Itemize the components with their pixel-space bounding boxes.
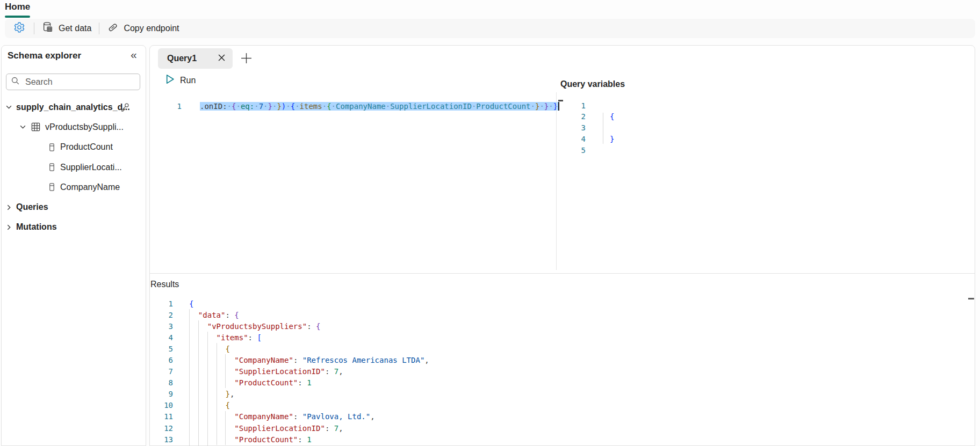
editor-line[interactable]: 9 }, bbox=[152, 388, 429, 399]
code-token bbox=[189, 435, 234, 444]
chevron-right-icon[interactable] bbox=[5, 224, 12, 231]
code-line[interactable]: }, bbox=[189, 390, 234, 398]
code-token: "items" bbox=[217, 333, 248, 342]
editor-line[interactable]: 11 "CompanyName": "Pavlova, Ltd.", bbox=[152, 411, 429, 422]
code-token: · bbox=[332, 102, 336, 111]
query-tab[interactable]: Query1 bbox=[158, 48, 233, 69]
editor-line[interactable]: 7 "SupplierLocationID": 7, bbox=[152, 365, 429, 377]
line-number: 5 bbox=[152, 343, 173, 355]
code-line[interactable]: } bbox=[610, 135, 614, 143]
code-token: } bbox=[277, 102, 281, 111]
ribbon-toolbar: Get data Copy endpoint bbox=[5, 19, 975, 38]
editor-line[interactable]: 1 bbox=[564, 100, 614, 112]
field-icon bbox=[48, 143, 56, 152]
get-data-button[interactable]: Get data bbox=[34, 19, 99, 38]
code-token: } bbox=[544, 102, 549, 111]
editor-line[interactable]: 10 { bbox=[152, 399, 429, 411]
code-line[interactable]: "SupplierLocationID": 7, bbox=[189, 424, 343, 433]
code-line[interactable]: { bbox=[610, 112, 614, 121]
code-line[interactable]: "data": { bbox=[189, 311, 239, 319]
code-token: { bbox=[225, 345, 229, 353]
results-editor[interactable]: 1{2 "data": {3 "vProductsbySuppliers": {… bbox=[152, 298, 429, 445]
query-variables-editor[interactable]: 12{34}5 bbox=[564, 100, 614, 156]
search-input[interactable] bbox=[24, 77, 135, 87]
editor-line[interactable]: 3 "vProductsbySuppliers": { bbox=[152, 320, 429, 332]
copy-endpoint-button[interactable]: Copy endpoint bbox=[99, 19, 186, 38]
tree-item-label: Queries bbox=[16, 202, 48, 212]
tree-item[interactable]: Queries bbox=[0, 197, 145, 217]
code-token: } bbox=[553, 102, 558, 111]
tree-item[interactable]: CompanyName bbox=[0, 177, 145, 197]
run-label: Run bbox=[180, 76, 196, 85]
code-line[interactable]: "vProductsbySuppliers": { bbox=[189, 322, 320, 331]
chevron-down-icon[interactable] bbox=[5, 104, 12, 111]
line-number: 1 bbox=[152, 298, 173, 310]
code-token: { bbox=[291, 102, 295, 111]
editor-line[interactable]: 2{ bbox=[564, 111, 614, 122]
tree-item[interactable]: supply_chain_analytics_d... bbox=[0, 97, 145, 117]
tab-home[interactable]: Home bbox=[5, 2, 30, 12]
code-token: } bbox=[225, 390, 229, 398]
tree-item[interactable]: SupplierLocati... bbox=[0, 157, 145, 177]
code-token: , bbox=[338, 424, 343, 433]
code-token: .onID: bbox=[200, 102, 227, 111]
code-line[interactable]: "CompanyName": "Pavlova, Ltd.", bbox=[189, 412, 375, 421]
editor-line[interactable]: 8 "ProductCount": 1 bbox=[152, 377, 429, 388]
editor-line[interactable]: 4} bbox=[564, 134, 614, 145]
query-line-number: 1 bbox=[161, 101, 182, 112]
code-token: · bbox=[263, 102, 268, 111]
code-token: } bbox=[610, 135, 614, 143]
code-line[interactable]: "items": [ bbox=[189, 333, 262, 342]
code-line[interactable]: { bbox=[189, 345, 230, 353]
code-line[interactable]: { bbox=[189, 401, 230, 410]
code-token: "SupplierLocationID" bbox=[234, 424, 325, 433]
editor-line[interactable]: 6 "CompanyName": "Refrescos Americanas L… bbox=[152, 354, 429, 365]
editor-line[interactable]: 4 "items": [ bbox=[152, 332, 429, 343]
line-number: 11 bbox=[152, 411, 173, 422]
editor-line[interactable]: 5 { bbox=[152, 343, 429, 354]
code-token: 1 bbox=[307, 435, 311, 444]
settings-button[interactable] bbox=[5, 19, 34, 38]
code-token bbox=[189, 356, 234, 364]
line-number: 3 bbox=[152, 321, 173, 332]
query-code-editor[interactable]: 1.onID:·{·eq:·7·}·})·{·items·{·CompanyNa… bbox=[161, 100, 559, 112]
code-token bbox=[189, 412, 234, 421]
code-token bbox=[189, 333, 217, 342]
indent-guide bbox=[225, 411, 226, 445]
code-token: : bbox=[293, 356, 302, 364]
query-code-line[interactable]: .onID:·{·eq:·7·}·})·{·items·{·CompanyNam… bbox=[200, 102, 558, 111]
run-button[interactable]: Run bbox=[165, 74, 196, 86]
chevron-down-icon[interactable] bbox=[19, 123, 26, 130]
code-token bbox=[189, 311, 198, 319]
indent-guide bbox=[603, 113, 603, 144]
editor-line[interactable]: 13 "ProductCount": 1 bbox=[152, 434, 429, 445]
line-number: 1 bbox=[564, 100, 586, 112]
results-overview-ruler-mark bbox=[968, 298, 974, 299]
code-token: : bbox=[325, 367, 334, 376]
code-token: · bbox=[549, 102, 553, 111]
add-query-tab-icon[interactable] bbox=[241, 53, 252, 66]
get-data-label: Get data bbox=[59, 24, 91, 33]
chevron-right-icon[interactable] bbox=[5, 204, 12, 211]
tree-item[interactable]: Mutations bbox=[0, 217, 145, 237]
pane-divider-horizontal[interactable] bbox=[150, 273, 975, 274]
editor-line[interactable]: 3 bbox=[564, 122, 614, 134]
code-line[interactable]: { bbox=[189, 299, 193, 308]
search-icon bbox=[11, 76, 20, 87]
close-icon[interactable] bbox=[218, 54, 225, 63]
collapse-panel-icon[interactable]: « bbox=[131, 48, 137, 61]
tree-item[interactable]: vProductsbySuppli... bbox=[0, 117, 145, 137]
editor-line[interactable]: 12 "SupplierLocationID": 7, bbox=[152, 422, 429, 434]
editor-line[interactable]: 2 "data": { bbox=[152, 309, 429, 320]
code-token: 7 bbox=[334, 424, 338, 433]
code-token: } bbox=[268, 102, 272, 111]
pane-divider-vertical[interactable] bbox=[556, 92, 557, 270]
indent-guide bbox=[217, 343, 217, 445]
code-line[interactable]: "SupplierLocationID": 7, bbox=[189, 367, 343, 376]
code-token: { bbox=[327, 102, 331, 111]
editor-line[interactable]: 5 bbox=[564, 145, 614, 156]
tree-item[interactable]: ProductCount bbox=[0, 137, 145, 157]
schema-search-box[interactable] bbox=[6, 74, 140, 90]
editor-line[interactable]: 1{ bbox=[152, 298, 429, 309]
code-token: { bbox=[234, 311, 239, 319]
